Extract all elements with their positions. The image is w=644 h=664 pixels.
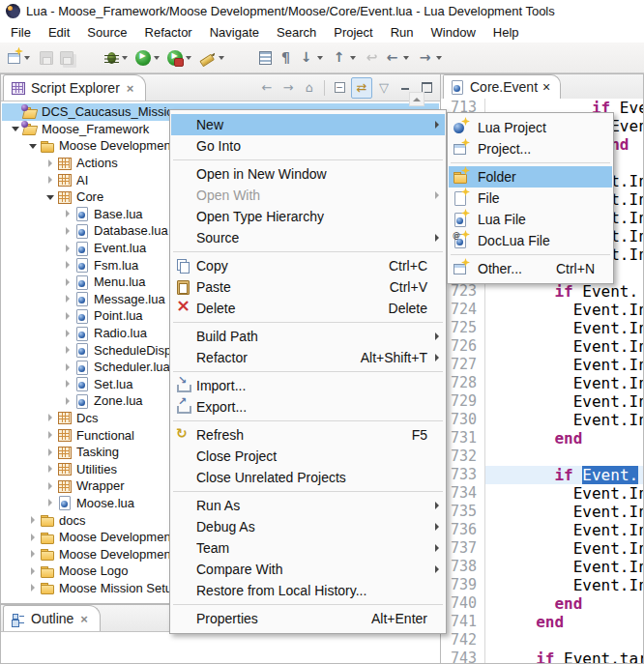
dropdown-arrow-icon[interactable] (122, 56, 128, 60)
context-menu-item-open-in-new-window[interactable]: Open in New Window (171, 163, 445, 185)
expand-closed-icon[interactable] (62, 328, 73, 339)
menubar-item-window[interactable]: Window (423, 22, 484, 43)
line-number[interactable]: 729 (441, 392, 485, 411)
expand-closed-icon[interactable] (62, 259, 73, 271)
run-button[interactable] (133, 46, 165, 70)
code-line-743[interactable]: 743 if Event.tar (441, 650, 643, 663)
line-number[interactable]: 725 (441, 319, 485, 337)
menubar-item-project[interactable]: Project (325, 22, 381, 43)
dropdown-arrow-icon[interactable] (317, 56, 323, 60)
code-line-740[interactable]: 740 end (441, 594, 643, 613)
new-submenu-item-doclua-file[interactable]: @DocLua File (449, 230, 612, 251)
code-line-729[interactable]: 729 Event.Ini (441, 392, 643, 411)
context-menu-item-go-into[interactable]: Go Into (171, 135, 445, 157)
dropdown-arrow-icon[interactable] (24, 56, 30, 60)
expand-closed-icon[interactable] (62, 276, 73, 288)
new-submenu-item-project[interactable]: Project... (449, 138, 612, 159)
link-with-editor-button[interactable]: ⇄ (351, 77, 372, 99)
line-number[interactable]: 732 (441, 447, 485, 466)
expand-closed-icon[interactable] (44, 158, 56, 169)
context-menu-item-source[interactable]: Source (171, 227, 445, 248)
context-menu-item-paste[interactable]: PasteCtrl+V (171, 276, 445, 298)
tree-scrollbar-up[interactable] (409, 92, 424, 106)
new-submenu-item-other[interactable]: Other...Ctrl+N (449, 258, 612, 279)
menubar-item-help[interactable]: Help (484, 22, 528, 43)
expand-closed-icon[interactable] (44, 480, 56, 492)
next-annotation-button[interactable]: ↓ (296, 46, 329, 70)
line-number[interactable]: 741 (441, 613, 485, 631)
close-icon[interactable]: × (127, 81, 134, 96)
code-line-738[interactable]: 738 Event.Ini (441, 558, 643, 576)
dropdown-arrow-icon[interactable] (350, 56, 356, 60)
expand-open-icon[interactable] (27, 140, 39, 152)
prev-annotation-button[interactable]: ↑ (329, 46, 362, 70)
forward-button[interactable]: → (415, 46, 448, 70)
line-number[interactable]: 734 (441, 484, 485, 503)
menubar-item-run[interactable]: Run (382, 22, 423, 43)
expand-closed-icon[interactable] (27, 514, 39, 526)
code-line-728[interactable]: 728 Event.Ini (441, 374, 643, 392)
line-number[interactable]: 738 (441, 558, 485, 576)
code-line-733[interactable]: 733 if Event. (441, 466, 643, 484)
context-menu-item-compare-with[interactable]: Compare With (171, 559, 445, 580)
context-menu-item-close-project[interactable]: Close Project (171, 446, 445, 467)
context-menu-item-build-path[interactable]: Build Path (171, 326, 445, 347)
line-number[interactable]: 724 (441, 301, 485, 319)
expand-closed-icon[interactable] (62, 225, 73, 237)
line-number[interactable]: 743 (441, 650, 485, 663)
menubar-item-refactor[interactable]: Refactor (136, 22, 201, 43)
expand-closed-icon[interactable] (27, 582, 39, 593)
context-menu-item-close-unrelated-projects[interactable]: Close Unrelated Projects (171, 467, 445, 488)
context-menu-item-refresh[interactable]: RefreshF5 (171, 424, 445, 446)
new-submenu-item-folder[interactable]: Folder (449, 166, 612, 188)
expand-closed-icon[interactable] (44, 412, 56, 423)
line-number[interactable]: 727 (441, 356, 485, 374)
context-menu-item-import[interactable]: Import... (171, 375, 445, 396)
debug-button[interactable] (102, 46, 133, 70)
context-menu-item-run-as[interactable]: Run As (171, 495, 445, 516)
line-number[interactable]: 737 (441, 539, 485, 558)
marker-pen-button[interactable] (197, 46, 230, 70)
expand-closed-icon[interactable] (27, 532, 39, 543)
line-number[interactable]: 723 (441, 282, 485, 301)
expand-closed-icon[interactable] (44, 497, 56, 508)
dropdown-arrow-icon[interactable] (403, 56, 409, 60)
dropdown-arrow-icon[interactable] (154, 56, 160, 60)
code-line-725[interactable]: 725 Event.Ini (441, 319, 643, 337)
expand-open-icon[interactable] (10, 123, 21, 134)
new-submenu-item-lua-file[interactable]: Lua File (449, 209, 612, 230)
expand-closed-icon[interactable] (44, 429, 56, 441)
new-wizard-button[interactable] (4, 46, 36, 70)
code-line-735[interactable]: 735 Event.Ini (441, 503, 643, 521)
dropdown-arrow-icon[interactable] (219, 56, 224, 60)
context-menu-item-export[interactable]: Export... (171, 396, 445, 418)
back-button[interactable]: ← (382, 46, 415, 70)
expand-closed-icon[interactable] (27, 565, 39, 577)
code-line-741[interactable]: 741 end (441, 613, 643, 631)
line-number[interactable]: 740 (441, 594, 485, 613)
context-menu-item-restore-from-local-history[interactable]: Restore from Local History... (171, 580, 445, 601)
context-menu-item-properties[interactable]: PropertiesAlt+Enter (171, 608, 445, 629)
code-line-724[interactable]: 724 Event.Ini (441, 301, 643, 319)
line-number[interactable]: 735 (441, 503, 485, 521)
code-line-736[interactable]: 736 Event.Ini (441, 521, 643, 539)
line-number[interactable]: 736 (441, 521, 485, 539)
nav-back-button[interactable]: ← (257, 78, 277, 98)
menubar-item-source[interactable]: Source (78, 22, 135, 43)
context-menu-item-copy[interactable]: CopyCtrl+C (171, 255, 445, 276)
context-menu-item-open-type-hierarchy[interactable]: Open Type Hierarchy (171, 206, 445, 227)
menubar-item-search[interactable]: Search (268, 22, 325, 43)
line-number[interactable]: 733 (441, 466, 485, 484)
code-line-731[interactable]: 731 end (441, 429, 643, 447)
run-last-button[interactable] (165, 46, 197, 70)
code-line-723[interactable]: 723 if Event. (441, 282, 643, 301)
dropdown-arrow-icon[interactable] (436, 56, 442, 60)
expand-open-icon[interactable] (44, 191, 56, 203)
line-number[interactable]: 730 (441, 411, 485, 429)
line-number[interactable]: 731 (441, 429, 485, 447)
context-menu-item-team[interactable]: Team (171, 537, 445, 559)
tab-outline[interactable]: Outline × (3, 605, 101, 631)
context-menu-item-debug-as[interactable]: Debug As (171, 516, 445, 537)
new-submenu-item-lua-project[interactable]: Lua Project (449, 117, 612, 138)
tab-script-explorer[interactable]: Script Explorer × (3, 74, 146, 101)
